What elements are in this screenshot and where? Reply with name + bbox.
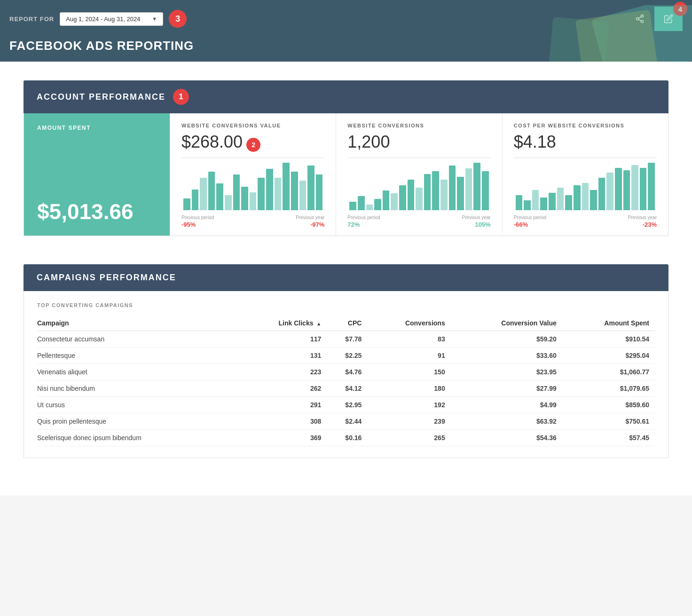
wc-prev-period-change: 72%	[347, 221, 360, 228]
chart-bar	[424, 174, 431, 210]
chart-bar	[316, 174, 323, 210]
chart-bar	[192, 190, 199, 210]
table-row: Pellentesque 131 $2.25 91 $33.60 $295.04	[37, 347, 655, 364]
campaign-name: Scelerisque donec ipsum bibendum	[37, 430, 238, 446]
chart-bar	[299, 181, 307, 210]
report-for-label: REPORT FOR	[9, 16, 54, 23]
table-subtitle: TOP CONVERTING CAMPAIGNS	[37, 302, 655, 308]
col-campaign: Campaign	[37, 316, 238, 331]
chart-bar	[291, 172, 298, 210]
website-conversions-value-card: WEBSITE CONVERSIONS VALUE $268.00 2 Prev…	[170, 113, 336, 236]
cpc: $2.44	[327, 413, 367, 430]
cpc: $4.12	[327, 380, 367, 397]
wcv-prev-year-label: Previous year	[296, 215, 324, 220]
cost-per-website-conversions-value: $4.18	[514, 132, 657, 152]
wc-prev-period: Previous period 72%	[347, 215, 380, 228]
date-range-dropdown[interactable]: Aug 1, 2024 - Aug 31, 2024 ▼	[60, 12, 163, 26]
chart-bar	[416, 188, 423, 210]
account-performance-title: ACCOUNT PERFORMANCE	[37, 92, 165, 102]
campaigns-performance-header: CAMPAIGNS PERFORMANCE	[24, 264, 668, 291]
cpwc-prev-year: Previous year -23%	[628, 215, 657, 228]
link-clicks: 308	[238, 413, 327, 430]
campaign-name: Ut cursus	[37, 397, 238, 413]
chart-bar	[349, 202, 356, 210]
chart-bar	[540, 197, 547, 210]
chart-bar	[524, 200, 531, 210]
chart-bar	[391, 193, 398, 210]
wcv-prev-year-change: -97%	[310, 221, 324, 228]
conversions: 180	[367, 380, 450, 397]
col-link-clicks[interactable]: Link Clicks ▲	[238, 316, 327, 331]
chart-bar	[200, 178, 207, 210]
campaigns-table-container: TOP CONVERTING CAMPAIGNS Campaign Link C…	[24, 291, 668, 458]
chart-bar	[250, 192, 257, 210]
edit-button[interactable]: 4	[654, 7, 683, 31]
chevron-down-icon: ▼	[152, 16, 157, 22]
header-top: REPORT FOR Aug 1, 2024 - Aug 31, 2024 ▼ …	[0, 0, 692, 36]
amount-spent: $1,060.77	[562, 364, 655, 380]
campaigns-performance-section: CAMPAIGNS PERFORMANCE TOP CONVERTING CAM…	[24, 264, 668, 458]
campaigns-table: Campaign Link Clicks ▲ CPC Conversions C…	[37, 316, 655, 446]
chart-bar	[598, 178, 606, 210]
chart-bar	[631, 165, 638, 210]
chart-bar	[582, 183, 589, 210]
chart-bar	[557, 188, 564, 210]
amount-spent: $750.61	[562, 413, 655, 430]
chart-bar	[440, 180, 448, 210]
chart-bar	[383, 190, 390, 210]
cpc: $0.16	[327, 430, 367, 446]
badge-1: 1	[173, 89, 189, 105]
wcv-footer: Previous period -95% Previous year -97%	[181, 215, 324, 228]
account-performance-header: ACCOUNT PERFORMANCE 1	[24, 80, 668, 113]
conversion-value: $4.99	[451, 397, 562, 413]
wc-chart	[347, 163, 490, 210]
header: REPORT FOR Aug 1, 2024 - Aug 31, 2024 ▼ …	[0, 0, 692, 62]
table-row: Venenatis aliquet 223 $4.76 150 $23.95 $…	[37, 364, 655, 380]
campaign-name: Pellentesque	[37, 347, 238, 364]
chart-bar	[266, 169, 273, 210]
header-title-row: FACEBOOK ADS REPORTING	[0, 36, 692, 62]
wc-prev-year-change: 105%	[475, 221, 490, 228]
chart-bar	[408, 180, 415, 210]
cost-per-website-conversions-label: COST PER WEBSITE CONVERSIONS	[514, 123, 657, 128]
conversion-value: $27.99	[451, 380, 562, 397]
cpc: $7.78	[327, 331, 367, 347]
share-icon	[635, 14, 645, 24]
amount-spent: $910.54	[562, 331, 655, 347]
cpwc-prev-period-change: -66%	[514, 221, 528, 228]
share-button[interactable]	[625, 7, 654, 31]
chart-bar	[574, 185, 581, 210]
chart-bar	[275, 178, 282, 210]
svg-line-4	[638, 16, 641, 18]
website-conversions-value: 1,200	[347, 132, 490, 152]
chart-bar	[465, 168, 472, 210]
cpc: $2.25	[327, 347, 367, 364]
date-range-value: Aug 1, 2024 - Aug 31, 2024	[66, 16, 140, 23]
badge-2: 2	[246, 138, 260, 152]
chart-bar	[473, 163, 480, 210]
chart-bar	[258, 178, 265, 210]
amount-spent: $295.04	[562, 347, 655, 364]
website-conversions-value-label: WEBSITE CONVERSIONS VALUE	[181, 123, 324, 128]
metric-divider-3	[514, 158, 657, 158]
wc-prev-year: Previous year 105%	[462, 215, 491, 228]
chart-bar	[482, 171, 489, 210]
amount-spent-card: AMOUNT SPENT $5,013.66	[24, 113, 170, 236]
amount-spent-value: $5,013.66	[37, 199, 157, 224]
chart-bar	[358, 196, 365, 210]
conversion-value: $54.36	[451, 430, 562, 446]
chart-bar	[183, 198, 190, 210]
chart-bar	[374, 199, 381, 210]
wc-prev-year-label: Previous year	[462, 215, 491, 220]
chart-bar	[432, 171, 439, 210]
chart-bar	[615, 168, 622, 210]
wc-prev-period-label: Previous period	[347, 215, 380, 220]
conversion-value: $59.20	[451, 331, 562, 347]
link-clicks: 369	[238, 430, 327, 446]
chart-bar	[565, 195, 572, 210]
svg-line-3	[638, 19, 641, 21]
chart-bar	[208, 172, 215, 210]
chart-bar	[366, 205, 373, 210]
chart-bar	[283, 163, 290, 210]
conversions: 150	[367, 364, 450, 380]
